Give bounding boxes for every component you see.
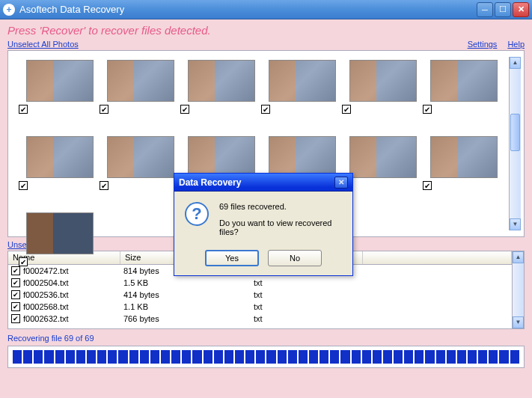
photo-thumb[interactable]: ✔ <box>100 57 177 112</box>
row-checkbox[interactable]: ✔ <box>11 266 20 275</box>
photo-thumb[interactable]: ✔ <box>261 57 339 112</box>
dialog-titlebar: Data Recovery ✕ <box>174 174 352 192</box>
progress-segment <box>319 350 328 364</box>
thumb-checkbox[interactable]: ✔ <box>180 105 189 114</box>
progress-segment <box>299 350 308 364</box>
row-checkbox[interactable]: ✔ <box>11 278 20 287</box>
progress-segment <box>457 350 466 364</box>
photo-thumb[interactable]: ✔ <box>180 57 258 112</box>
progress-segment <box>245 350 254 364</box>
thumb-image <box>430 60 498 102</box>
progress-segment <box>108 350 117 364</box>
thumb-checkbox[interactable]: ✔ <box>261 105 270 114</box>
thumb-image <box>107 60 174 102</box>
progress-segment <box>235 350 244 364</box>
progress-segment <box>383 350 392 364</box>
thumb-image <box>107 136 174 178</box>
progress-segment <box>55 350 64 364</box>
thumb-image <box>26 60 94 102</box>
minimize-button[interactable]: ─ <box>477 2 493 17</box>
cell-name: f0002472.txt <box>23 266 123 275</box>
progress-segment <box>425 350 434 364</box>
help-link[interactable]: Help <box>507 40 525 49</box>
cell-ext: txt <box>254 302 366 311</box>
thumb-image <box>349 60 417 102</box>
progress-segment <box>373 350 382 364</box>
thumb-checkbox[interactable]: ✔ <box>19 105 28 114</box>
thumb-checkbox[interactable]: ✔ <box>19 181 28 190</box>
file-scrollbar[interactable]: ▲ ▼ <box>512 251 524 328</box>
photo-thumb[interactable]: ✔ <box>342 57 420 112</box>
no-button[interactable]: No <box>268 250 322 266</box>
table-row[interactable]: ✔f0002568.txt1.1 KBtxt <box>8 301 512 313</box>
thumb-checkbox[interactable]: ✔ <box>100 105 108 114</box>
close-button[interactable]: ✕ <box>513 2 529 17</box>
scroll-up-icon[interactable]: ▲ <box>513 251 524 263</box>
progress-segment <box>447 350 456 364</box>
scroll-up-icon[interactable]: ▲ <box>510 57 521 69</box>
settings-link[interactable]: Settings <box>468 40 498 49</box>
photo-scrollbar[interactable]: ▲ ▼ <box>509 57 521 230</box>
progress-segment <box>13 350 22 364</box>
thumb-image <box>269 60 336 102</box>
progress-segment <box>44 350 53 364</box>
thumb-image <box>26 136 94 178</box>
thumb-image <box>269 136 336 178</box>
progress-segment <box>266 350 275 364</box>
cell-name: f0002536.txt <box>23 290 123 299</box>
scroll-down-icon[interactable]: ▼ <box>510 218 521 230</box>
progress-segment <box>118 350 127 364</box>
maximize-button[interactable]: ☐ <box>495 2 511 17</box>
instruction-text: Press 'Recover' to recover files detecte… <box>7 24 525 37</box>
scroll-down-icon[interactable]: ▼ <box>513 316 524 328</box>
progress-segment <box>171 350 180 364</box>
window-title: Asoftech Data Recovery <box>19 4 477 15</box>
dialog-line1: 69 files recovered. <box>219 202 342 211</box>
row-checkbox[interactable]: ✔ <box>11 302 20 311</box>
top-link-row: Unselect All Photos Settings Help <box>7 40 525 49</box>
thumb-checkbox[interactable]: ✔ <box>100 181 108 190</box>
progress-segment <box>278 350 287 364</box>
photo-thumb[interactable]: ✔ <box>423 133 501 189</box>
thumb-checkbox[interactable]: ✔ <box>423 181 432 190</box>
photo-thumb[interactable]: ✔ <box>342 133 420 189</box>
dialog-close-button[interactable]: ✕ <box>334 177 348 189</box>
photo-thumb[interactable]: ✔ <box>19 133 97 189</box>
cell-name: f0002632.txt <box>23 314 123 323</box>
thumb-checkbox[interactable]: ✔ <box>19 257 28 266</box>
photo-thumb[interactable]: ✔ <box>19 57 97 112</box>
progress-segment <box>340 350 349 364</box>
cell-ext: txt <box>254 278 366 287</box>
cell-size: 766 bytes <box>123 314 254 323</box>
thumb-image <box>430 136 498 178</box>
cell-size: 1.5 KB <box>123 278 254 287</box>
thumb-image <box>188 60 255 102</box>
scroll-thumb[interactable] <box>510 114 520 151</box>
photo-thumb[interactable]: ✔ <box>19 209 97 265</box>
progress-segment <box>478 350 487 364</box>
photo-thumb[interactable]: ✔ <box>423 57 501 112</box>
progress-segment <box>214 350 223 364</box>
table-row[interactable]: ✔f0002536.txt414 bytestxt <box>8 289 512 301</box>
progress-segment <box>362 350 371 364</box>
progress-segment <box>34 350 43 364</box>
app-icon: + <box>3 4 15 16</box>
cell-ext: txt <box>254 290 366 299</box>
table-row[interactable]: ✔f0002632.txt766 bytestxt <box>8 313 512 325</box>
row-checkbox[interactable]: ✔ <box>11 314 20 323</box>
yes-button[interactable]: Yes <box>205 250 259 266</box>
progress-segment <box>288 350 297 364</box>
thumb-checkbox[interactable]: ✔ <box>342 105 351 114</box>
thumb-checkbox[interactable]: ✔ <box>423 105 432 114</box>
progress-segment <box>97 350 106 364</box>
progress-segment <box>192 350 201 364</box>
progress-segment <box>150 350 159 364</box>
photo-thumb[interactable]: ✔ <box>100 133 177 189</box>
progress-segment <box>76 350 85 364</box>
dialog-line2: Do you want to view recovered files? <box>219 218 342 236</box>
unselect-all-photos-link[interactable]: Unselect All Photos <box>7 40 79 49</box>
progress-segment <box>499 350 508 364</box>
row-checkbox[interactable]: ✔ <box>11 290 20 299</box>
progress-segment <box>436 350 445 364</box>
table-row[interactable]: ✔f0002504.txt1.5 KBtxt <box>8 277 512 289</box>
